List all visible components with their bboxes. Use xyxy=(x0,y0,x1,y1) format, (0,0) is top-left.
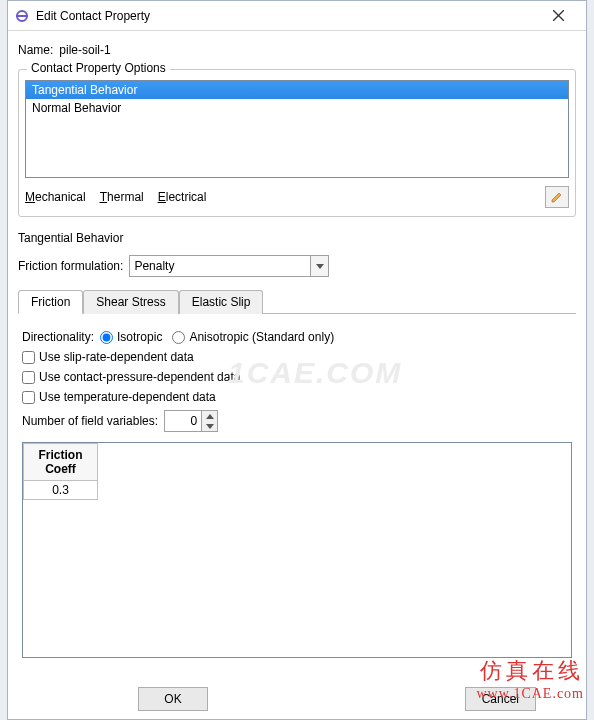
menu-mechanical[interactable]: Mechanical xyxy=(25,190,86,204)
ok-button[interactable]: OK xyxy=(138,687,208,711)
friction-grid[interactable]: Friction Coeff 0.3 xyxy=(22,442,572,658)
friction-table: Friction Coeff 0.3 xyxy=(23,443,98,500)
edit-button[interactable] xyxy=(545,186,569,208)
temperature-row: Use temperature-dependent data xyxy=(22,390,572,404)
friction-formulation-select[interactable]: Penalty xyxy=(129,255,329,277)
check-slip-rate[interactable] xyxy=(22,351,35,364)
list-item-normal[interactable]: Normal Behavior xyxy=(26,99,568,117)
field-vars-row: Number of field variables: xyxy=(22,410,572,432)
tab-friction-body: Directionality: Isotropic Anisotropic (S… xyxy=(18,314,576,662)
radio-isotropic-label: Isotropic xyxy=(117,330,162,344)
menu-electrical[interactable]: Electrical xyxy=(158,190,207,204)
tabs: Friction Shear Stress Elastic Slip xyxy=(18,289,576,314)
spin-buttons xyxy=(201,411,217,431)
spin-up[interactable] xyxy=(202,411,217,421)
titlebar: Edit Contact Property xyxy=(8,1,586,31)
directionality-label: Directionality: xyxy=(22,330,94,344)
options-listbox[interactable]: Tangential Behavior Normal Behavior xyxy=(25,80,569,178)
friction-formulation-label: Friction formulation: xyxy=(18,259,123,273)
options-legend: Contact Property Options xyxy=(27,61,170,75)
close-button[interactable] xyxy=(536,2,580,30)
friction-formulation-value: Penalty xyxy=(134,259,174,273)
name-row: Name: pile-soil-1 xyxy=(18,43,576,57)
cancel-button[interactable]: Cancel xyxy=(465,687,536,711)
friction-formulation-row: Friction formulation: Penalty xyxy=(18,255,576,277)
check-contact-pressure-label: Use contact-pressure-dependent data xyxy=(39,370,240,384)
close-icon xyxy=(553,10,564,21)
tab-shear-stress[interactable]: Shear Stress xyxy=(83,290,178,314)
dialog-content: Name: pile-soil-1 Contact Property Optio… xyxy=(8,31,586,662)
name-label: Name: xyxy=(18,43,53,57)
check-slip-rate-label: Use slip-rate-dependent data xyxy=(39,350,194,364)
pencil-icon xyxy=(551,191,563,203)
friction-col-header: Friction Coeff xyxy=(24,444,98,481)
contact-pressure-row: Use contact-pressure-dependent data xyxy=(22,370,572,384)
dialog-buttons: OK Cancel xyxy=(8,687,586,719)
radio-isotropic[interactable] xyxy=(100,331,113,344)
check-temperature-label: Use temperature-dependent data xyxy=(39,390,216,404)
directionality-row: Directionality: Isotropic Anisotropic (S… xyxy=(22,330,572,344)
spin-down[interactable] xyxy=(202,421,217,431)
chevron-down-icon xyxy=(310,256,328,276)
slip-rate-row: Use slip-rate-dependent data xyxy=(22,350,572,364)
field-vars-stepper[interactable] xyxy=(164,410,218,432)
field-vars-input[interactable] xyxy=(165,411,201,431)
radio-anisotropic[interactable] xyxy=(172,331,185,344)
tab-elastic-slip[interactable]: Elastic Slip xyxy=(179,290,264,314)
section-title: Tangential Behavior xyxy=(18,231,576,245)
check-contact-pressure[interactable] xyxy=(22,371,35,384)
menu-thermal[interactable]: Thermal xyxy=(100,190,144,204)
options-menubar: Mechanical Thermal Electrical xyxy=(25,186,569,208)
friction-cell-1[interactable]: 0.3 xyxy=(24,481,98,500)
options-fieldset: Contact Property Options Tangential Beha… xyxy=(18,69,576,217)
name-value: pile-soil-1 xyxy=(59,43,110,57)
title-text: Edit Contact Property xyxy=(36,9,536,23)
dialog-window: Edit Contact Property Name: pile-soil-1 … xyxy=(7,0,587,720)
app-icon xyxy=(14,8,30,24)
tab-friction[interactable]: Friction xyxy=(18,290,83,314)
check-temperature[interactable] xyxy=(22,391,35,404)
list-item-tangential[interactable]: Tangential Behavior xyxy=(26,81,568,99)
field-vars-label: Number of field variables: xyxy=(22,414,158,428)
radio-anisotropic-label: Anisotropic (Standard only) xyxy=(189,330,334,344)
